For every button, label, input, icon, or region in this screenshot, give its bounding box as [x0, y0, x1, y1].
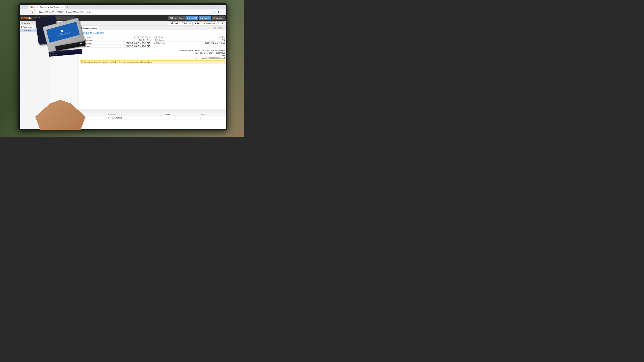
url-text: https://152.168.29.227:8006/#v1.0=node%2… — [39, 11, 92, 13]
p3-label: P3 — [80, 42, 82, 44]
tab-favicon: P — [30, 6, 32, 8]
back-button[interactable]: ← — [20, 5, 24, 9]
hardware-overlay: WD Western Digital www.westerndigital.co… — [22, 13, 244, 130]
new-tab-button[interactable]: + — [66, 5, 69, 9]
browser-tab-active[interactable]: P ayush - Proxmox Virtual Enviro... ✕ — [28, 5, 66, 9]
xda-watermark: XDA — [238, 132, 243, 135]
wd-label: WD Western Digital www.westerndigital.co… — [46, 22, 80, 43]
tab-title: ayush - Proxmox Virtual Enviro... — [34, 6, 60, 8]
security-warning-icon: ⚠ — [37, 11, 38, 13]
forward-button[interactable]: → — [24, 5, 28, 9]
tab-bar: ← → P ayush - Proxmox Virtual Enviro... … — [20, 5, 226, 9]
tab-close-button[interactable]: ✕ — [62, 6, 64, 8]
hand-visual — [35, 96, 86, 130]
